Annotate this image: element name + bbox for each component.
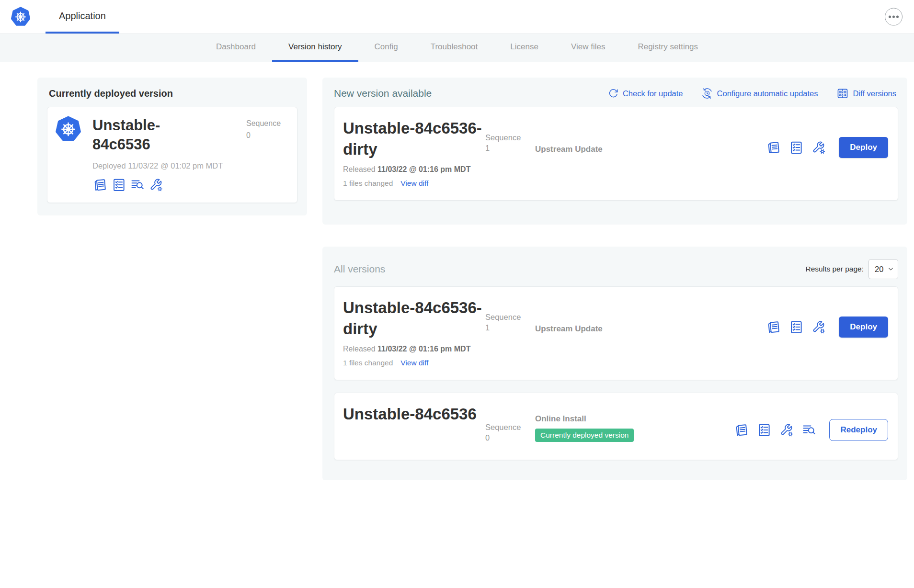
release-notes-icon[interactable] [766,140,781,155]
deploy-button[interactable]: Deploy [839,317,888,338]
version-row-deployed: Unstable-84c6536 Sequence 0 Online Insta… [334,393,898,460]
version-source: Online Install [535,414,734,424]
tab-config[interactable]: Config [358,34,414,62]
tab-version-history[interactable]: Version history [272,34,358,62]
version-source: Upstream Update [535,118,766,154]
preflight-checks-icon[interactable] [789,320,803,334]
release-notes-icon[interactable] [93,178,107,192]
files-changed-text: 1 files changed [343,179,393,188]
release-notes-icon[interactable] [766,320,781,334]
tab-troubleshoot[interactable]: Troubleshoot [414,34,494,62]
new-version-panel: New version available Check for update C… [322,78,907,225]
config-icon[interactable] [149,178,163,192]
refresh-icon [608,88,618,99]
view-diff-link[interactable]: View diff [400,359,428,367]
redeploy-button[interactable]: Redeploy [829,419,888,441]
sequence-value: 1 [485,322,535,333]
released-line: Released 11/03/22 @ 01:16 pm MDT [343,345,888,353]
sequence-label: Sequence [485,422,535,432]
currently-deployed-heading: Currently deployed version [49,88,297,99]
tab-dashboard[interactable]: Dashboard [200,34,272,62]
diff-versions-link[interactable]: Diff versions [836,87,896,100]
sequence-value: 0 [246,130,289,142]
all-versions-heading: All versions [334,263,385,275]
currently-deployed-panel: Currently deployed version Unstable-84c6… [37,78,307,215]
preflight-checks-icon[interactable] [757,423,771,437]
sequence-label: Sequence [485,132,535,143]
tab-license[interactable]: License [494,34,555,62]
deploy-logs-icon[interactable] [802,423,816,437]
app-tab-label: Application [59,11,106,22]
preflight-checks-icon[interactable] [789,140,803,155]
results-per-page-label: Results per page: [806,265,864,273]
deployed-timestamp: Deployed 11/03/22 @ 01:02 pm MDT [92,161,289,170]
version-row-dirty: Unstable-84c6536-dirty Sequence 1 Upstre… [334,286,898,380]
config-icon[interactable] [779,423,794,437]
released-date: 11/03/22 @ 01:16 pm MDT [377,165,470,173]
view-diff-link[interactable]: View diff [400,179,428,188]
release-notes-icon[interactable] [734,423,749,437]
tab-view-files[interactable]: View files [555,34,622,62]
new-version-card: Unstable-84c6536-dirty Sequence 1 Upstre… [334,107,898,201]
app-tab[interactable]: Application [46,0,119,34]
sequence-label: Sequence [485,312,535,322]
diff-versions-icon [836,87,849,100]
config-icon[interactable] [811,140,826,155]
sequence-value: 0 [485,432,535,443]
configure-automatic-updates-link[interactable]: Configure automatic updates [701,88,818,99]
version-title: Unstable-84c6536-dirty [343,118,485,159]
version-source: Upstream Update [535,297,766,334]
config-icon[interactable] [811,320,826,334]
ellipsis-icon [889,16,891,18]
tab-registry-settings[interactable]: Registry settings [621,34,714,62]
currently-deployed-card: Unstable-84c6536 Sequence 0 Deployed 11/… [47,107,297,203]
main-content: Currently deployed version Unstable-84c6… [0,62,914,480]
preflight-checks-icon[interactable] [112,178,126,192]
main-nav: Dashboard Version history Config Trouble… [0,34,914,62]
overflow-menu-button[interactable] [885,8,903,26]
left-column: Currently deployed version Unstable-84c6… [37,78,307,215]
version-title: Unstable-84c6536-dirty [343,297,485,339]
kubernetes-logo-icon [11,7,31,27]
deployed-version-title: Unstable-84c6536 [92,116,204,154]
auto-update-icon [701,88,713,99]
all-versions-panel: All versions Results per page: 20 Unstab… [322,247,907,480]
check-for-update-link[interactable]: Check for update [608,88,683,99]
sequence-value: 1 [485,143,535,153]
kubernetes-app-icon [55,116,81,142]
sequence-label: Sequence [246,118,289,130]
deploy-logs-icon[interactable] [130,178,145,192]
currently-deployed-badge: Currently deployed version [535,429,634,442]
deploy-button[interactable]: Deploy [839,137,888,158]
released-date: 11/03/22 @ 01:16 pm MDT [377,345,470,353]
new-version-heading: New version available [334,88,432,99]
app-header: Application [0,0,914,34]
right-column: New version available Check for update C… [322,78,907,480]
results-per-page-select[interactable]: 20 [868,259,898,279]
released-line: Released 11/03/22 @ 01:16 pm MDT [343,165,888,174]
files-changed-text: 1 files changed [343,359,393,367]
version-title: Unstable-84c6536 [343,404,485,425]
